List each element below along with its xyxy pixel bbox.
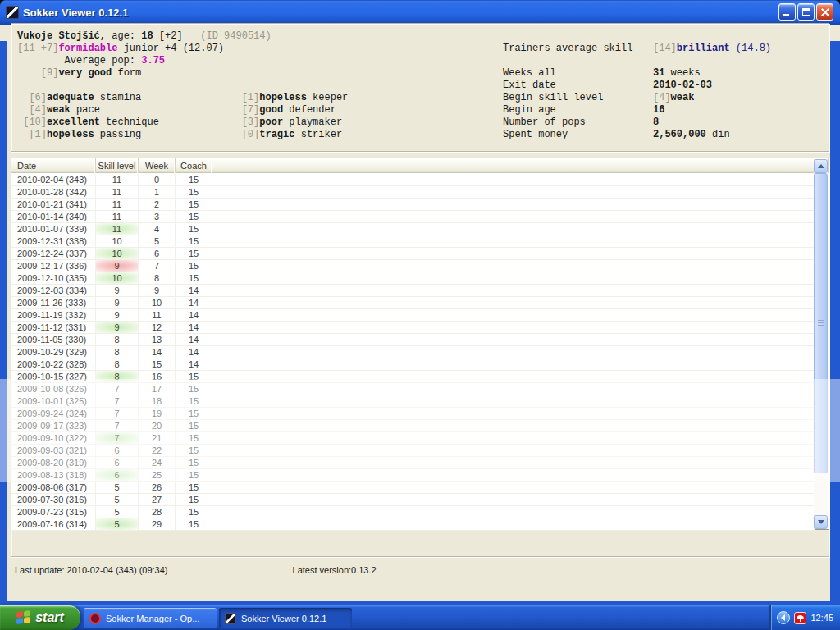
minimize-button[interactable] [778,3,796,21]
start-button[interactable]: start [0,605,80,630]
cell-coach: 15 [176,432,212,444]
text-segment: [7] [242,104,260,116]
text-segment: hopeless [47,129,94,140]
table-row[interactable]: 2009-08-13 (318)62515 [11,469,815,482]
cell-coach: 15 [176,371,212,382]
scroll-up-button[interactable] [814,159,828,173]
table-row[interactable]: 2009-07-16 (314)52915 [11,518,815,531]
player-info-line: [1]hopeless passing [0]tragic striker [17,129,348,141]
scroll-down-button[interactable] [814,515,828,529]
caption-buttons [778,3,833,21]
text-segment: age: [106,30,141,42]
taskbar: start Sokker Manager - Op...Sokker Viewe… [0,605,840,630]
maximize-button[interactable] [797,3,815,21]
stat-value: 8 [653,116,659,129]
cell-coach: 15 [176,457,212,468]
table-row[interactable]: 2009-12-17 (336)9715 [11,260,815,272]
table-row[interactable]: 2009-10-01 (325)71815 [11,395,815,408]
cell-skill-level: 7 [96,383,139,395]
table-row[interactable]: 2009-10-08 (326)71715 [11,383,815,395]
table-row[interactable]: 2009-09-24 (324)71915 [11,408,815,420]
scrollbar-thumb[interactable] [814,173,828,473]
cell-skill-level: 11 [96,186,139,198]
stat-value: 2010-02-03 [653,80,712,92]
opera-icon [89,613,101,624]
sokker-dart-icon [225,613,236,624]
table-row[interactable]: 2010-01-14 (340)11315 [11,211,815,223]
system-tray: 12:45 [769,605,840,630]
column-header-date[interactable]: Date [11,158,96,173]
table-row[interactable]: 2009-10-15 (327)81615 [11,371,815,383]
text-segment: 31 [653,67,664,79]
table-row[interactable]: 2009-12-31 (338)10515 [11,235,815,248]
cell-week: 21 [139,432,176,444]
table-row[interactable]: 2009-11-19 (332)91114 [11,309,815,322]
cell-week: 14 [139,346,176,358]
player-info-line: [11 +7]formidable junior +4 (12.07) [17,43,348,55]
task-button-2[interactable]: Sokker Viewer 0.12.1 [219,608,352,628]
player-info-panel: Vukoje Stojšić, age: 18 [+2] (ID 9490514… [11,23,829,152]
cell-date: 2009-07-23 (315) [11,506,96,518]
task-button-1[interactable]: Sokker Manager - Op... [84,608,217,628]
cell-skill-level: 9 [96,260,139,272]
cell-skill-level: 7 [96,408,139,419]
table-row[interactable]: 2009-07-23 (315)52815 [11,506,815,518]
player-summary: Vukoje Stojšić, age: 18 [+2] (ID 9490514… [17,30,348,141]
text-segment: din [706,129,730,140]
text-segment: [11 +7] [17,43,58,54]
table-row[interactable]: 2009-08-06 (317)52615 [11,482,815,494]
text-segment: Vukoje Stojšić, [17,30,106,42]
titlebar[interactable]: Sokker Viewer 0.12.1 [0,0,840,25]
table-row[interactable]: 2009-12-24 (337)10615 [11,248,815,260]
table-row[interactable]: 2009-09-03 (321)62215 [11,445,815,457]
cell-skill-level: 7 [96,420,139,431]
table-row[interactable]: 2009-12-03 (334)9914 [11,285,815,297]
cell-week: 19 [139,408,176,419]
text-segment: [14] [653,43,677,54]
cell-skill-level: 9 [96,297,139,308]
cell-date: 2009-10-01 (325) [11,395,96,407]
stat-label: Spent money [503,129,653,141]
table-row[interactable]: 2009-09-10 (322)72115 [11,432,815,445]
stat-label: Weeks all [503,67,653,80]
tray-collapse-button[interactable] [777,611,790,624]
stat-label: Exit date [503,80,653,92]
column-header-coach[interactable]: Coach [176,158,212,173]
table-row[interactable]: 2009-08-20 (319)62415 [11,457,815,469]
table-row[interactable]: 2009-10-22 (328)81514 [11,358,815,371]
table-row[interactable]: 2009-10-29 (329)81414 [11,346,815,358]
table-row[interactable]: 2009-11-05 (330)81314 [11,334,815,346]
text-segment: (ID 9490514) [183,30,272,42]
stat-value: 31 weeks [653,67,701,80]
close-button[interactable] [816,3,833,21]
scrollbar-track[interactable] [814,473,828,515]
cell-date: 2009-12-31 (338) [11,235,96,247]
avira-umbrella-icon[interactable] [794,612,806,624]
cell-date: 2009-08-13 (318) [11,469,96,481]
cell-skill-level: 6 [96,457,139,468]
stat-label: Begin skill level [503,92,653,104]
text-segment: 16 [653,104,664,116]
cell-week: 16 [139,371,176,382]
cell-week: 11 [139,309,176,321]
cell-week: 18 [139,395,176,407]
table-row[interactable]: 2010-01-07 (339)11415 [11,223,815,235]
cell-date: 2009-11-12 (331) [11,322,96,333]
maximize-icon [802,8,810,16]
text-segment: formidable [58,43,117,54]
table-row[interactable]: 2010-02-04 (343)11015 [11,174,815,186]
column-header-skill-level[interactable]: Skill level [96,158,139,173]
text-segment [100,104,242,116]
cell-week: 7 [139,260,176,272]
vertical-scrollbar[interactable] [814,159,828,529]
table-row[interactable]: 2009-07-30 (316)52715 [11,494,815,506]
text-segment: 3.75 [141,55,165,66]
column-header-week[interactable]: Week [139,158,176,173]
table-row[interactable]: 2009-11-12 (331)91214 [11,322,815,334]
table-row[interactable]: 2009-09-17 (323)72015 [11,420,815,432]
table-row[interactable]: 2009-11-26 (333)91014 [11,297,815,309]
table-row[interactable]: 2010-01-28 (342)11115 [11,186,815,199]
table-row[interactable]: 2010-01-21 (341)11215 [11,199,815,211]
table-row[interactable]: 2009-12-10 (335)10815 [11,272,815,285]
start-label: start [35,610,64,625]
